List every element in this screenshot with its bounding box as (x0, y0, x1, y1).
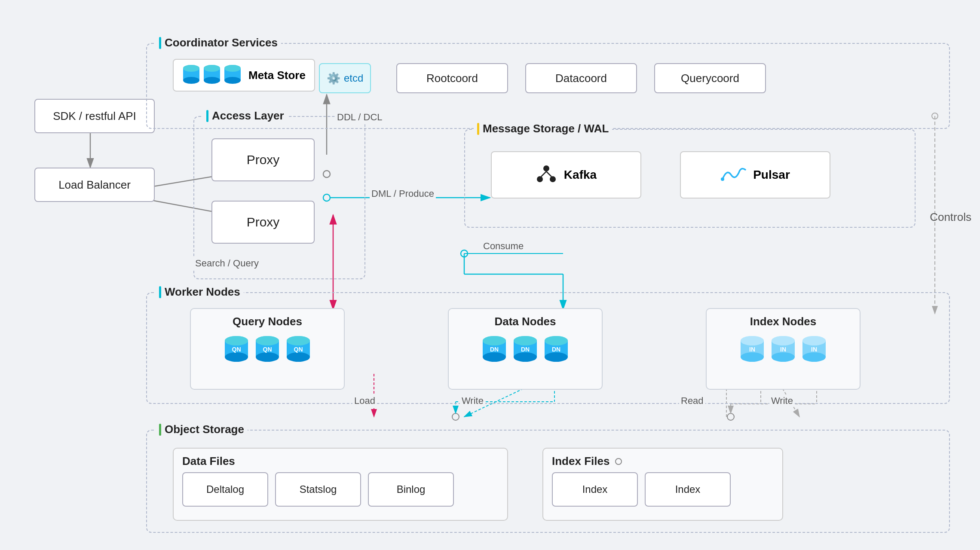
object-storage-title: Object Storage (156, 423, 248, 436)
message-storage-title: Message Storage / WAL (474, 122, 612, 135)
sdk-label: SDK / restful API (53, 110, 136, 123)
index-nodes-icons: IN IN IN (715, 335, 851, 365)
sdk-box: SDK / restful API (34, 99, 155, 133)
gear-icon: ⚙️ (327, 72, 340, 85)
data-nodes-title: Data Nodes (457, 315, 593, 328)
index-nodes-title: Index Nodes (715, 315, 851, 328)
svg-point-69 (483, 352, 506, 362)
svg-point-64 (287, 352, 310, 362)
svg-point-45 (224, 65, 241, 72)
etcd-box: ⚙️ etcd (319, 63, 371, 93)
binlog-label: Binlog (397, 483, 426, 495)
svg-point-79 (545, 352, 568, 362)
svg-point-48 (550, 176, 556, 182)
svg-text:QN: QN (294, 346, 303, 353)
svg-point-36 (183, 77, 199, 84)
load-label: Load (352, 395, 377, 406)
svg-point-55 (225, 336, 248, 345)
svg-text:DN: DN (521, 346, 530, 353)
binlog-box: Binlog (368, 472, 454, 507)
worker-nodes-section: Worker Nodes Query Nodes QN QN QN Data N… (146, 292, 950, 404)
index-files-title: Index Files (552, 455, 774, 468)
metastore-db-icons (182, 64, 242, 86)
querycoord-label: Querycoord (681, 72, 739, 85)
kafka-box: Kafka (491, 151, 641, 199)
svg-point-84 (741, 352, 764, 362)
query-nodes-icons: QN QN QN (199, 335, 335, 365)
data-files-group: Data Files Deltalog Statslog Binlog (173, 448, 508, 521)
svg-point-60 (256, 336, 279, 345)
deltalog-label: Deltalog (206, 483, 244, 495)
query-nodes-group: Query Nodes QN QN QN (190, 308, 345, 390)
write-in-label: Write (769, 395, 795, 406)
svg-point-26 (727, 413, 734, 420)
data-files-title: Data Files (182, 455, 499, 468)
write-dn-label: Write (460, 395, 485, 406)
metastore-label: Meta Store (248, 69, 306, 82)
kafka-icon (536, 164, 557, 186)
metastore-group: Meta Store (173, 59, 315, 92)
svg-point-40 (204, 77, 220, 84)
svg-point-75 (514, 336, 537, 345)
index2-label: Index (675, 483, 701, 495)
svg-point-65 (287, 336, 310, 345)
pulsar-label: Pulsar (753, 168, 790, 182)
worker-nodes-title: Worker Nodes (156, 285, 244, 299)
querycoord-box: Querycoord (654, 63, 766, 93)
svg-line-50 (546, 171, 551, 177)
dml-produce-label: DML / Produce (370, 188, 436, 199)
message-storage-section: Message Storage / WAL Kafka Pulsar (464, 129, 916, 228)
svg-text:QN: QN (263, 346, 272, 353)
index-boxes: Index Index (543, 472, 782, 507)
svg-text:IN: IN (811, 346, 817, 353)
svg-point-47 (537, 176, 543, 182)
data-nodes-group: Data Nodes DN DN DN (448, 308, 603, 390)
diagram: SDK / restful API Load Balancer Coordina… (0, 0, 980, 550)
statslog-box: Statslog (275, 472, 361, 507)
svg-text:QN: QN (232, 346, 241, 353)
svg-point-70 (483, 336, 506, 345)
kafka-label: Kafka (564, 168, 597, 182)
svg-point-44 (224, 77, 241, 84)
svg-point-46 (543, 165, 549, 171)
access-layer-section: Access Layer Proxy Proxy (193, 116, 365, 279)
index-files-circle-icon (615, 458, 622, 465)
svg-text:DN: DN (490, 346, 499, 353)
proxy2-box: Proxy (211, 201, 315, 244)
datacoord-label: Datacoord (555, 72, 607, 85)
ddl-dcl-label: DDL / DCL (335, 112, 384, 123)
rootcoord-label: Rootcoord (426, 72, 478, 85)
load-balancer-box: Load Balancer (34, 168, 155, 202)
rootcoord-box: Rootcoord (396, 63, 508, 93)
object-storage-section: Object Storage Data Files Deltalog Stats… (146, 430, 950, 533)
statslog-label: Statslog (300, 483, 337, 495)
query-nodes-title: Query Nodes (199, 315, 335, 328)
svg-point-89 (772, 352, 795, 362)
svg-point-37 (183, 65, 199, 72)
svg-point-59 (256, 352, 279, 362)
read-label: Read (679, 395, 705, 406)
etcd-label: etcd (344, 72, 363, 84)
proxy1-box: Proxy (211, 138, 315, 181)
coordinator-title: Coordinator Services (156, 36, 281, 49)
deltalog-box: Deltalog (182, 472, 268, 507)
svg-point-54 (225, 352, 248, 362)
svg-point-85 (741, 336, 764, 345)
svg-text:IN: IN (749, 346, 755, 353)
proxy1-label: Proxy (247, 153, 280, 167)
svg-point-80 (545, 336, 568, 345)
lb-label: Load Balancer (58, 178, 131, 192)
svg-point-25 (452, 413, 459, 420)
index-nodes-group: Index Nodes IN IN IN (706, 308, 861, 390)
svg-text:IN: IN (780, 346, 786, 353)
svg-point-51 (721, 177, 724, 181)
pulsar-icon (720, 166, 746, 183)
svg-text:DN: DN (552, 346, 560, 353)
svg-point-13 (461, 250, 468, 257)
pulsar-box: Pulsar (680, 151, 830, 199)
index-files-group: Index Files Index Index (542, 448, 783, 521)
svg-point-90 (772, 336, 795, 345)
controls-label: Controls (930, 211, 971, 224)
index1-label: Index (582, 483, 608, 495)
datacoord-box: Datacoord (525, 63, 637, 93)
